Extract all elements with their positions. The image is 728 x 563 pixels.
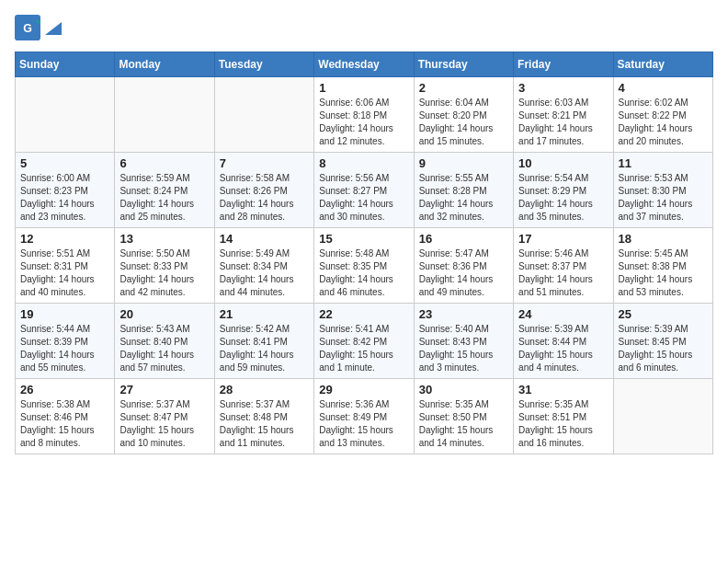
calendar-cell: 31Sunrise: 5:35 AM Sunset: 8:51 PM Dayli… [514, 379, 613, 454]
calendar-cell: 23Sunrise: 5:40 AM Sunset: 8:43 PM Dayli… [414, 304, 513, 379]
day-header-sunday: Sunday [16, 52, 115, 77]
day-header-monday: Monday [115, 52, 214, 77]
calendar-cell: 29Sunrise: 5:36 AM Sunset: 8:49 PM Dayli… [314, 379, 414, 454]
day-number: 3 [518, 81, 608, 95]
day-info: Sunrise: 5:43 AM Sunset: 8:40 PM Dayligh… [119, 323, 209, 374]
day-number: 31 [518, 383, 608, 396]
day-info: Sunrise: 5:56 AM Sunset: 8:27 PM Dayligh… [319, 172, 408, 224]
day-header-wednesday: Wednesday [314, 52, 414, 77]
day-info: Sunrise: 5:40 AM Sunset: 8:43 PM Dayligh… [419, 323, 508, 374]
logo-triangle-icon [45, 22, 62, 35]
calendar-cell: 30Sunrise: 5:35 AM Sunset: 8:50 PM Dayli… [414, 379, 513, 454]
day-info: Sunrise: 5:38 AM Sunset: 8:46 PM Dayligh… [20, 398, 109, 450]
calendar-cell: 6Sunrise: 5:59 AM Sunset: 8:24 PM Daylig… [115, 153, 214, 228]
calendar-cell: 1Sunrise: 6:06 AM Sunset: 8:18 PM Daylig… [314, 77, 414, 153]
day-number: 15 [319, 232, 408, 246]
calendar-cell: 14Sunrise: 5:49 AM Sunset: 8:34 PM Dayli… [214, 228, 313, 304]
day-header-thursday: Thursday [414, 52, 513, 77]
day-info: Sunrise: 5:59 AM Sunset: 8:24 PM Dayligh… [119, 172, 209, 224]
day-info: Sunrise: 5:35 AM Sunset: 8:51 PM Dayligh… [518, 398, 608, 450]
day-info: Sunrise: 6:04 AM Sunset: 8:20 PM Dayligh… [419, 97, 508, 148]
day-number: 6 [119, 156, 209, 170]
day-number: 9 [419, 156, 508, 170]
day-info: Sunrise: 5:53 AM Sunset: 8:30 PM Dayligh… [619, 172, 708, 224]
day-info: Sunrise: 5:37 AM Sunset: 8:48 PM Dayligh… [220, 398, 309, 450]
day-info: Sunrise: 5:41 AM Sunset: 8:42 PM Dayligh… [319, 323, 408, 374]
day-info: Sunrise: 5:37 AM Sunset: 8:47 PM Dayligh… [119, 398, 209, 450]
calendar-cell: 10Sunrise: 5:54 AM Sunset: 8:29 PM Dayli… [514, 153, 613, 228]
day-number: 21 [220, 307, 309, 321]
svg-marker-3 [45, 22, 62, 35]
calendar-cell [214, 77, 313, 153]
day-header-saturday: Saturday [613, 52, 712, 77]
week-row-5: 26Sunrise: 5:38 AM Sunset: 8:46 PM Dayli… [16, 379, 713, 454]
day-header-tuesday: Tuesday [214, 52, 313, 77]
calendar-cell: 17Sunrise: 5:46 AM Sunset: 8:37 PM Dayli… [514, 228, 613, 304]
day-number: 5 [20, 156, 109, 170]
day-number: 18 [619, 232, 708, 246]
calendar-cell: 25Sunrise: 5:39 AM Sunset: 8:45 PM Dayli… [613, 304, 712, 379]
day-info: Sunrise: 5:46 AM Sunset: 8:37 PM Dayligh… [518, 247, 608, 299]
day-number: 25 [619, 307, 708, 321]
calendar-cell: 19Sunrise: 5:44 AM Sunset: 8:39 PM Dayli… [16, 304, 115, 379]
day-info: Sunrise: 6:00 AM Sunset: 8:23 PM Dayligh… [20, 172, 109, 224]
calendar-cell: 4Sunrise: 6:02 AM Sunset: 8:22 PM Daylig… [613, 77, 712, 153]
calendar-cell: 8Sunrise: 5:56 AM Sunset: 8:27 PM Daylig… [314, 153, 414, 228]
calendar-cell: 27Sunrise: 5:37 AM Sunset: 8:47 PM Dayli… [115, 379, 214, 454]
day-number: 27 [119, 383, 209, 396]
calendar-cell: 13Sunrise: 5:50 AM Sunset: 8:33 PM Dayli… [115, 228, 214, 304]
calendar-cell: 7Sunrise: 5:58 AM Sunset: 8:26 PM Daylig… [214, 153, 313, 228]
day-info: Sunrise: 5:48 AM Sunset: 8:35 PM Dayligh… [319, 247, 408, 299]
day-number: 30 [419, 383, 508, 396]
day-number: 1 [319, 81, 408, 95]
calendar-cell: 12Sunrise: 5:51 AM Sunset: 8:31 PM Dayli… [16, 228, 115, 304]
day-info: Sunrise: 6:06 AM Sunset: 8:18 PM Dayligh… [319, 97, 408, 148]
day-number: 8 [319, 156, 408, 170]
calendar-table: SundayMondayTuesdayWednesdayThursdayFrid… [15, 52, 713, 454]
calendar-cell: 28Sunrise: 5:37 AM Sunset: 8:48 PM Dayli… [214, 379, 313, 454]
day-number: 14 [220, 232, 309, 246]
day-number: 22 [319, 307, 408, 321]
svg-text:G: G [23, 22, 32, 35]
week-row-3: 12Sunrise: 5:51 AM Sunset: 8:31 PM Dayli… [16, 228, 713, 304]
calendar-cell: 18Sunrise: 5:45 AM Sunset: 8:38 PM Dayli… [613, 228, 712, 304]
calendar-cell: 16Sunrise: 5:47 AM Sunset: 8:36 PM Dayli… [414, 228, 513, 304]
day-number: 24 [518, 307, 608, 321]
day-info: Sunrise: 6:03 AM Sunset: 8:21 PM Dayligh… [518, 97, 608, 148]
calendar-cell [115, 77, 214, 153]
day-headers-row: SundayMondayTuesdayWednesdayThursdayFrid… [16, 52, 713, 77]
day-number: 17 [518, 232, 608, 246]
day-number: 19 [20, 307, 109, 321]
calendar-cell: 2Sunrise: 6:04 AM Sunset: 8:20 PM Daylig… [414, 77, 513, 153]
week-row-4: 19Sunrise: 5:44 AM Sunset: 8:39 PM Dayli… [16, 304, 713, 379]
logo-icon: G [15, 15, 40, 40]
calendar-cell: 20Sunrise: 5:43 AM Sunset: 8:40 PM Dayli… [115, 304, 214, 379]
day-info: Sunrise: 5:42 AM Sunset: 8:41 PM Dayligh… [220, 323, 309, 374]
day-info: Sunrise: 5:51 AM Sunset: 8:31 PM Dayligh… [20, 247, 109, 299]
calendar-cell: 26Sunrise: 5:38 AM Sunset: 8:46 PM Dayli… [16, 379, 115, 454]
day-info: Sunrise: 5:49 AM Sunset: 8:34 PM Dayligh… [220, 247, 309, 299]
day-info: Sunrise: 5:58 AM Sunset: 8:26 PM Dayligh… [220, 172, 309, 224]
day-info: Sunrise: 5:55 AM Sunset: 8:28 PM Dayligh… [419, 172, 508, 224]
calendar-cell [613, 379, 712, 454]
day-info: Sunrise: 5:47 AM Sunset: 8:36 PM Dayligh… [419, 247, 508, 299]
day-info: Sunrise: 5:36 AM Sunset: 8:49 PM Dayligh… [319, 398, 408, 450]
day-number: 2 [419, 81, 508, 95]
day-number: 4 [619, 81, 708, 95]
week-row-2: 5Sunrise: 6:00 AM Sunset: 8:23 PM Daylig… [16, 153, 713, 228]
calendar-cell: 11Sunrise: 5:53 AM Sunset: 8:30 PM Dayli… [613, 153, 712, 228]
day-number: 13 [119, 232, 209, 246]
day-info: Sunrise: 6:02 AM Sunset: 8:22 PM Dayligh… [619, 97, 708, 148]
day-number: 12 [20, 232, 109, 246]
day-info: Sunrise: 5:54 AM Sunset: 8:29 PM Dayligh… [518, 172, 608, 224]
day-number: 7 [220, 156, 309, 170]
day-number: 10 [518, 156, 608, 170]
calendar-cell: 3Sunrise: 6:03 AM Sunset: 8:21 PM Daylig… [514, 77, 613, 153]
calendar-cell: 15Sunrise: 5:48 AM Sunset: 8:35 PM Dayli… [314, 228, 414, 304]
day-info: Sunrise: 5:39 AM Sunset: 8:44 PM Dayligh… [518, 323, 608, 374]
calendar-cell: 9Sunrise: 5:55 AM Sunset: 8:28 PM Daylig… [414, 153, 513, 228]
day-info: Sunrise: 5:35 AM Sunset: 8:50 PM Dayligh… [419, 398, 508, 450]
day-info: Sunrise: 5:50 AM Sunset: 8:33 PM Dayligh… [119, 247, 209, 299]
day-info: Sunrise: 5:39 AM Sunset: 8:45 PM Dayligh… [619, 323, 708, 374]
calendar-cell [16, 77, 115, 153]
